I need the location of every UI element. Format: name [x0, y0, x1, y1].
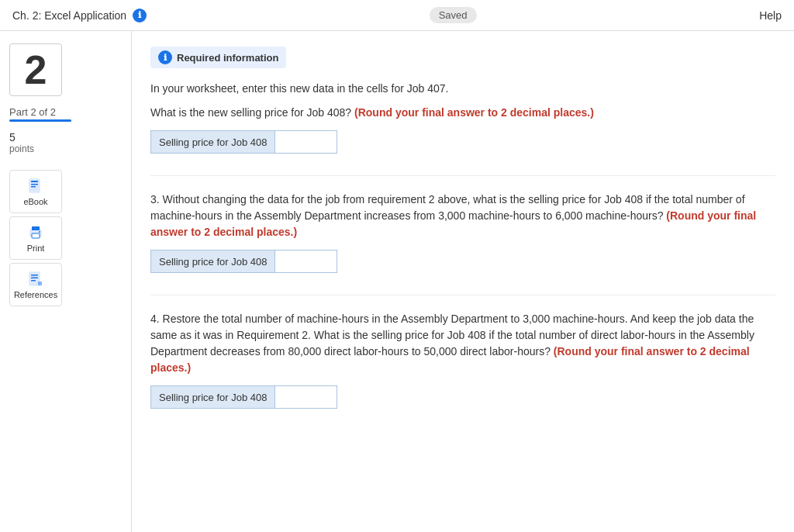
print-icon	[26, 223, 45, 242]
points-info: 5 points	[9, 131, 122, 154]
sidebar-tools: eBook Print	[9, 170, 122, 306]
part-info: Part 2 of 2	[9, 105, 122, 122]
question2-answer-input[interactable]	[275, 130, 337, 154]
question3-section: 3. Without changing the data for the job…	[150, 192, 775, 273]
question3-answer-input[interactable]	[275, 250, 337, 273]
ebook-label: eBook	[23, 197, 47, 206]
points-label: points	[9, 143, 122, 154]
section-divider-1	[150, 175, 775, 176]
question3-answer-row: Selling price for Job 408	[150, 250, 775, 273]
question4-answer-label: Selling price for Job 408	[150, 385, 275, 409]
svg-rect-1	[31, 181, 38, 182]
section-number: 2	[9, 43, 62, 96]
question4-text: 4. Restore the total number of machine-h…	[150, 311, 775, 376]
question2-answer-row: Selling price for Job 408	[150, 130, 775, 154]
part-progress-bar-container	[9, 119, 71, 122]
question3-answer-label: Selling price for Job 408	[150, 250, 275, 273]
main-content: ℹ Required information In your worksheet…	[132, 31, 794, 532]
svg-rect-5	[32, 226, 40, 230]
question4-answer-row: Selling price for Job 408	[150, 385, 775, 409]
help-button[interactable]: Help	[759, 9, 782, 22]
page-title: Ch. 2: Excel Application	[12, 9, 126, 22]
print-label: Print	[27, 244, 45, 253]
references-label: References	[14, 290, 57, 299]
references-icon	[26, 270, 45, 288]
svg-rect-3	[31, 186, 36, 188]
main-layout: 2 Part 2 of 2 5 points	[0, 31, 794, 532]
svg-point-7	[39, 231, 40, 233]
question2-main: What is the new selling price for Job 40…	[150, 106, 351, 119]
question2-answer-label: Selling price for Job 408	[150, 130, 275, 154]
svg-rect-6	[32, 233, 40, 238]
sidebar-item-ebook[interactable]: eBook	[9, 170, 62, 213]
required-icon: ℹ	[158, 50, 172, 64]
points-value: 5	[9, 131, 122, 143]
sidebar-item-references[interactable]: References	[9, 263, 62, 306]
svg-rect-9	[31, 275, 38, 276]
svg-rect-11	[31, 280, 36, 282]
instruction-text: In your worksheet, enter this new data i…	[150, 81, 775, 97]
ebook-icon	[26, 177, 45, 195]
question3-text: 3. Without changing the data for the job…	[150, 192, 775, 240]
section-divider-2	[150, 295, 775, 295]
info-icon[interactable]: ℹ	[133, 9, 147, 22]
svg-rect-12	[38, 282, 42, 285]
top-bar: Ch. 2: Excel Application ℹ Saved Help	[0, 0, 794, 31]
question4-answer-input[interactable]	[275, 385, 337, 409]
sidebar-item-print[interactable]: Print	[9, 216, 62, 260]
question2-round: (Round your final answer to 2 decimal pl…	[354, 106, 594, 119]
part-progress-fill	[9, 119, 71, 122]
svg-rect-10	[31, 278, 38, 279]
question4-section: 4. Restore the total number of machine-h…	[150, 311, 775, 409]
sidebar: 2 Part 2 of 2 5 points	[0, 31, 132, 532]
part-of: of 2	[39, 106, 56, 118]
question2-text: What is the new selling price for Job 40…	[150, 105, 775, 121]
svg-rect-2	[31, 184, 38, 185]
part-number: Part 2	[9, 106, 36, 118]
required-text: Required information	[177, 52, 278, 64]
saved-badge: Saved	[430, 7, 477, 23]
instruction-section: In your worksheet, enter this new data i…	[150, 81, 775, 154]
question3-main: 3. Without changing the data for the job…	[150, 193, 745, 222]
top-bar-left: Ch. 2: Excel Application ℹ	[12, 9, 147, 22]
part-label: Part 2 of 2	[9, 105, 122, 118]
required-banner: ℹ Required information	[150, 47, 286, 68]
